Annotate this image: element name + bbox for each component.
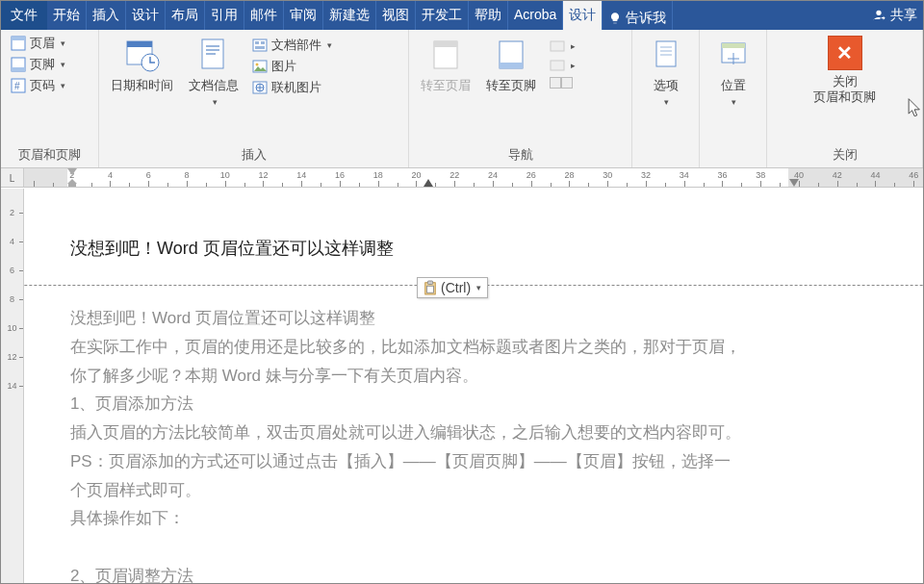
svg-rect-34 <box>427 281 432 285</box>
body-line: 没想到吧！Word 页眉位置还可以这样调整 <box>70 304 836 333</box>
body-line: 2、页眉调整方法 <box>70 562 836 583</box>
quick-parts-icon <box>252 38 268 53</box>
ribbon-tabs: 文件 开始插入设计布局引用邮件审阅新建选视图开发工帮助Acroba设计 告诉我 … <box>1 1 923 30</box>
header-icon <box>11 36 26 51</box>
tell-me-label: 告诉我 <box>626 10 666 27</box>
page-number-icon: # <box>11 78 26 93</box>
picture-button[interactable]: 图片 <box>248 57 336 76</box>
picture-icon <box>252 59 268 74</box>
svg-rect-14 <box>255 41 259 44</box>
svg-rect-32 <box>722 43 745 48</box>
body-line: 插入页眉的方法比较简单，双击页眉处就可以进入编辑状态，之后输入想要的文档内容即可… <box>70 419 836 447</box>
footer-button[interactable]: 页脚▾ <box>7 55 69 74</box>
svg-rect-13 <box>253 39 267 51</box>
ribbon: 页眉▾ 页脚▾ # 页码▾ 页眉和页脚 <box>1 30 923 168</box>
svg-rect-35 <box>427 286 434 292</box>
vertical-ruler[interactable]: 2468101214 <box>1 189 24 583</box>
svg-rect-12 <box>206 53 216 55</box>
svg-rect-7 <box>127 41 152 47</box>
tab-stop[interactable] <box>424 179 433 187</box>
body-line: 1、页眉添加方法 <box>70 390 836 419</box>
tab-5[interactable]: 邮件 <box>244 1 284 30</box>
svg-rect-1 <box>12 37 25 40</box>
header-text[interactable]: 没想到吧！Word 页眉位置还可以这样调整 <box>70 237 817 264</box>
svg-rect-24 <box>500 63 523 68</box>
group-label-close: 关闭 <box>767 144 922 167</box>
svg-rect-26 <box>551 61 564 70</box>
svg-text:#: # <box>14 81 20 91</box>
tab-selector[interactable]: L <box>1 168 24 188</box>
date-time-button[interactable]: 日期和时间 <box>105 34 179 95</box>
group-label-nav: 导航 <box>409 144 631 167</box>
page-number-button[interactable]: # 页码▾ <box>7 76 69 95</box>
header-button[interactable]: 页眉▾ <box>7 34 69 53</box>
svg-rect-25 <box>551 41 564 51</box>
link-next-button: ▸ <box>546 57 579 74</box>
close-icon: ✕ <box>828 36 862 70</box>
tab-file[interactable]: 文件 <box>1 1 47 30</box>
svg-rect-11 <box>206 49 219 51</box>
close-header-footer-button[interactable]: ✕ 关闭页眉和页脚 <box>808 34 882 106</box>
group-label-header-footer: 页眉和页脚 <box>1 144 98 167</box>
clipboard-icon <box>424 280 437 295</box>
tab-2[interactable]: 设计 <box>126 1 166 30</box>
tab-8[interactable]: 视图 <box>376 1 416 30</box>
horizontal-ruler[interactable]: L 24681012141618202224262830323436384042… <box>1 168 923 188</box>
tab-4[interactable]: 引用 <box>205 1 244 30</box>
svg-rect-22 <box>434 41 457 47</box>
svg-rect-27 <box>656 41 676 66</box>
goto-footer-button[interactable]: 转至页脚 <box>480 34 542 95</box>
tab-11[interactable]: Acroba <box>508 1 563 30</box>
goto-header-button: 转至页眉 <box>415 34 476 95</box>
tab-10[interactable]: 帮助 <box>469 1 508 30</box>
svg-point-18 <box>256 63 259 66</box>
link-prev-button: ▸ <box>546 38 579 55</box>
svg-rect-10 <box>206 45 219 47</box>
position-icon <box>714 36 753 74</box>
doc-info-icon <box>194 36 233 74</box>
tab-9[interactable]: 开发工 <box>416 1 469 30</box>
goto-header-icon <box>426 36 465 74</box>
online-picture-icon <box>252 80 268 95</box>
lightbulb-icon <box>608 12 622 25</box>
body-line: 具体操作如下： <box>70 504 836 533</box>
tab-12[interactable]: 设计 <box>563 1 603 30</box>
body-line: PS：页眉添加的方式还可以通过点击【插入】——【页眉页脚】——【页眉】按钮，选择… <box>70 447 836 476</box>
tab-0[interactable]: 开始 <box>47 1 87 30</box>
body-line: 个页眉样式即可。 <box>70 476 836 505</box>
document-body[interactable]: 没想到吧！Word 页眉位置还可以这样调整在实际工作中，页眉的使用还是比较多的，… <box>70 304 836 583</box>
link-same-button <box>546 76 579 89</box>
svg-rect-16 <box>255 46 265 49</box>
options-icon <box>647 36 685 74</box>
word-window: 文件 开始插入设计布局引用邮件审阅新建选视图开发工帮助Acroba设计 告诉我 … <box>0 0 924 584</box>
share-label: 共享 <box>890 7 917 24</box>
chevron-down-icon: ▾ <box>476 283 481 292</box>
tab-1[interactable]: 插入 <box>87 1 126 30</box>
body-line: 你了解多少呢？本期 Word 妹与分享一下有关页眉内容。 <box>70 362 836 391</box>
options-button[interactable]: 选项▾ <box>641 34 691 110</box>
quick-parts-button[interactable]: 文档部件▾ <box>248 36 336 55</box>
tab-7[interactable]: 新建选 <box>323 1 376 30</box>
footer-icon <box>11 57 26 72</box>
share-button[interactable]: 共享 <box>865 1 923 30</box>
doc-info-button[interactable]: 文档信息▾ <box>183 34 244 110</box>
body-line <box>70 533 836 562</box>
first-line-indent[interactable] <box>67 168 77 175</box>
tab-6[interactable]: 审阅 <box>284 1 323 30</box>
goto-footer-icon <box>492 36 530 74</box>
share-icon <box>871 8 886 23</box>
group-label-insert: 插入 <box>99 144 408 167</box>
tab-3[interactable]: 布局 <box>166 1 205 30</box>
date-time-icon <box>123 36 162 74</box>
svg-rect-15 <box>261 41 265 44</box>
right-indent[interactable] <box>789 179 799 187</box>
online-picture-button[interactable]: 联机图片 <box>248 78 336 97</box>
hanging-indent[interactable] <box>67 179 77 187</box>
tell-me[interactable]: 告诉我 <box>603 1 673 30</box>
cursor-icon <box>907 97 924 120</box>
paste-options-button[interactable]: (Ctrl)▾ <box>417 277 488 298</box>
document-page[interactable]: 没想到吧！Word 页眉位置还可以这样调整 (Ctrl)▾ 没想到吧！Word … <box>24 189 923 583</box>
position-button[interactable]: 位置▾ <box>708 34 758 110</box>
svg-rect-3 <box>12 67 25 71</box>
body-line: 在实际工作中，页眉的使用还是比较多的，比如添加文档标题或者图片之类的，那对于页眉… <box>70 333 836 362</box>
